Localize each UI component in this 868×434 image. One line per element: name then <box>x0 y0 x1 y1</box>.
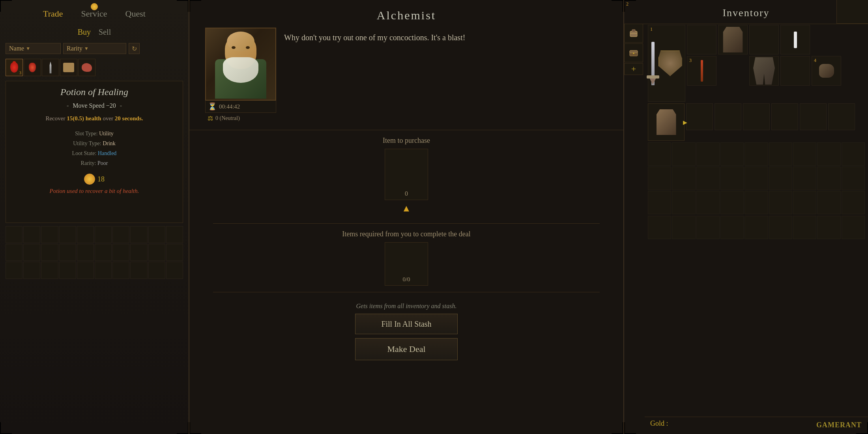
inv-cell[interactable] <box>842 142 865 166</box>
inv-cell[interactable] <box>842 216 865 239</box>
grid-cell[interactable] <box>59 244 76 261</box>
weapon-slot[interactable]: 1 <box>648 25 685 102</box>
potion2-category-icon[interactable] <box>24 59 41 76</box>
weapon-category-icon[interactable] <box>42 59 59 76</box>
misc-category-icon[interactable] <box>78 59 95 76</box>
grid-cell[interactable] <box>59 226 76 243</box>
trade-tab[interactable]: Trade <box>40 7 66 21</box>
add-slot-button[interactable]: + <box>624 63 643 75</box>
inv-cell[interactable] <box>696 166 720 190</box>
grid-cell[interactable] <box>166 244 183 261</box>
service-tab[interactable]: Service <box>78 7 110 21</box>
armor-slot[interactable]: ▶ <box>648 103 685 141</box>
inv-cell[interactable] <box>745 191 768 214</box>
grid-cell[interactable] <box>130 244 147 261</box>
inv-cell[interactable] <box>817 191 840 214</box>
rarity-filter-dropdown[interactable]: Rarity ▼ <box>63 43 126 54</box>
grid-cell[interactable] <box>23 226 40 243</box>
refresh-button[interactable]: ↻ <box>129 43 140 54</box>
inv-cell[interactable] <box>720 166 744 190</box>
slot-4[interactable]: 4 <box>812 56 841 86</box>
head-slot[interactable] <box>687 25 716 54</box>
inv-cell[interactable] <box>769 142 792 166</box>
scroll-category-icon[interactable] <box>60 59 77 76</box>
inv-cell[interactable] <box>720 191 744 214</box>
potion-category-icon[interactable]: 3 <box>6 59 23 76</box>
inv-cell[interactable] <box>842 166 865 190</box>
inv-cell[interactable] <box>769 166 792 190</box>
inv-cell[interactable] <box>648 191 671 214</box>
grid-cell[interactable] <box>148 226 165 243</box>
grid-cell[interactable] <box>23 244 40 261</box>
inv-cell[interactable] <box>648 166 671 190</box>
grid-cell[interactable] <box>166 262 183 279</box>
extra-slot[interactable] <box>686 103 713 130</box>
inv-cell[interactable] <box>745 142 768 166</box>
inv-cell[interactable] <box>720 142 744 166</box>
required-slot[interactable]: 0/0 <box>385 242 428 286</box>
slot-3[interactable]: 3 <box>687 56 716 86</box>
grid-cell[interactable] <box>77 226 94 243</box>
inv-cell[interactable] <box>745 216 768 239</box>
empty-slot-mid[interactable]: 2 <box>718 56 748 86</box>
inventory-tab-main[interactable] <box>624 24 643 43</box>
grid-cell[interactable] <box>6 262 22 279</box>
extra-slot[interactable] <box>715 103 741 130</box>
inv-cell[interactable] <box>793 216 816 239</box>
grid-cell[interactable] <box>41 226 58 243</box>
sell-tab[interactable]: Sell <box>99 28 111 37</box>
inv-cell[interactable] <box>817 166 840 190</box>
extra-slot[interactable] <box>800 103 827 130</box>
grid-cell[interactable] <box>41 262 58 279</box>
grid-cell[interactable] <box>148 244 165 261</box>
inv-cell[interactable] <box>648 142 671 166</box>
inv-cell[interactable] <box>745 166 768 190</box>
right-slot-2[interactable] <box>780 25 810 54</box>
inv-cell[interactable] <box>696 216 720 239</box>
grid-cell[interactable] <box>130 262 147 279</box>
grid-cell[interactable] <box>95 244 112 261</box>
grid-cell[interactable] <box>112 262 129 279</box>
inv-cell[interactable] <box>817 142 840 166</box>
extra-slot[interactable] <box>771 103 798 130</box>
right-slot-1[interactable] <box>749 25 779 54</box>
inv-cell[interactable] <box>648 216 671 239</box>
grid-cell[interactable] <box>77 244 94 261</box>
grid-cell[interactable] <box>41 244 58 261</box>
grid-cell[interactable] <box>130 226 147 243</box>
grid-cell[interactable] <box>112 244 129 261</box>
inv-cell[interactable] <box>769 191 792 214</box>
make-deal-button[interactable]: Make Deal <box>355 338 458 360</box>
extra-slot[interactable] <box>828 103 855 130</box>
purchase-slot[interactable]: 0 <box>385 149 428 200</box>
inv-cell[interactable] <box>793 191 816 214</box>
inv-cell[interactable] <box>672 142 695 166</box>
buy-tab[interactable]: Buy <box>78 28 91 37</box>
inv-cell[interactable] <box>793 166 816 190</box>
inv-cell[interactable] <box>842 191 865 214</box>
slot-empty-1[interactable] <box>780 56 810 86</box>
chest-slot[interactable] <box>718 25 748 54</box>
grid-cell[interactable] <box>6 244 22 261</box>
name-filter-dropdown[interactable]: Name ▼ <box>6 43 61 54</box>
grid-cell[interactable] <box>95 262 112 279</box>
grid-cell[interactable] <box>148 262 165 279</box>
inv-cell[interactable] <box>817 216 840 239</box>
inv-cell[interactable] <box>696 191 720 214</box>
inv-cell[interactable] <box>720 216 744 239</box>
inv-cell[interactable] <box>672 191 695 214</box>
grid-cell[interactable] <box>23 262 40 279</box>
grid-cell[interactable] <box>59 262 76 279</box>
extra-slot[interactable] <box>743 103 770 130</box>
inv-cell[interactable] <box>769 216 792 239</box>
inv-cell[interactable] <box>672 166 695 190</box>
pants-slot[interactable] <box>749 56 779 86</box>
fill-stash-button[interactable]: Fill In All Stash <box>355 314 458 334</box>
grid-cell[interactable] <box>95 226 112 243</box>
inv-cell[interactable] <box>793 142 816 166</box>
grid-cell[interactable] <box>166 226 183 243</box>
inv-cell[interactable] <box>672 216 695 239</box>
inv-cell[interactable] <box>696 142 720 166</box>
quest-tab[interactable]: Quest <box>122 7 149 21</box>
grid-cell[interactable] <box>112 226 129 243</box>
